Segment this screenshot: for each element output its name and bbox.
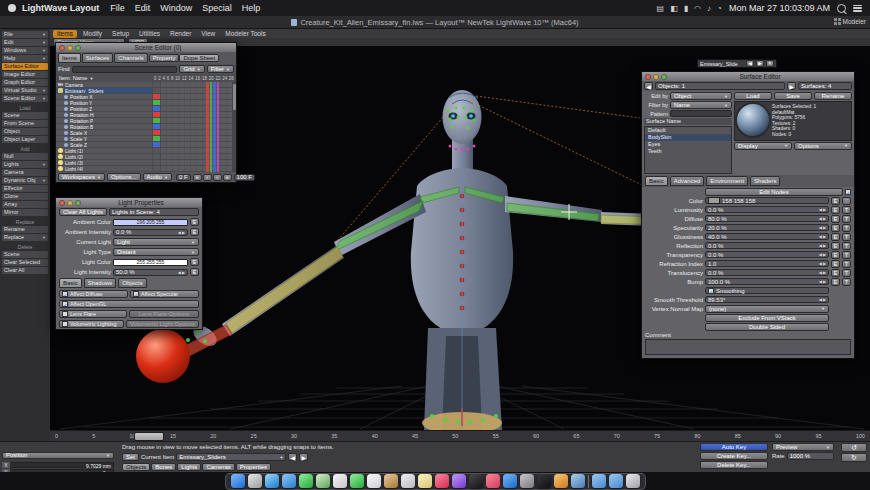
dock-icon-reminders[interactable]: [401, 474, 415, 488]
next-object-button[interactable]: ▶: [787, 82, 796, 90]
texture-button[interactable]: T: [842, 269, 851, 277]
stepper-arrows[interactable]: ◀▶: [178, 270, 185, 275]
dock-icon-music[interactable]: [435, 474, 449, 488]
current-item-dropdown[interactable]: Emissary_Sliders ▼: [176, 453, 286, 461]
stepper-arrows[interactable]: ◀▶: [819, 216, 826, 221]
dock-icon-mail[interactable]: [282, 474, 296, 488]
dope-sheet-cell[interactable]: [161, 148, 236, 153]
envelope-button[interactable]: E: [831, 251, 840, 259]
options-button[interactable]: Options...: [107, 173, 141, 181]
position-field-x[interactable]: X9.7029 mm: [2, 462, 114, 468]
display-icon[interactable]: ◧: [670, 4, 678, 13]
param-value-field[interactable]: 100.0 %◀▶: [705, 278, 829, 285]
smoothing-checkbox[interactable]: ✓: [708, 288, 714, 294]
edit-nodes-checkbox[interactable]: ✓: [845, 189, 851, 195]
menu-help[interactable]: Help: [242, 3, 261, 13]
apple-menu-icon[interactable]: [8, 4, 16, 12]
ambient-color-swatch[interactable]: 196 205 255: [113, 219, 188, 226]
light-color-swatch[interactable]: 255 255 255: [113, 259, 188, 266]
position-dropdown[interactable]: Position ▼: [2, 452, 114, 459]
auto-key-button[interactable]: Auto Key: [700, 443, 768, 451]
volume-icon[interactable]: ♪: [707, 4, 711, 13]
stepper-right-icon[interactable]: ▶: [823, 261, 826, 266]
keyboard-icon[interactable]: ▤: [657, 4, 665, 13]
sidebar-item-replace[interactable]: Replace▼: [2, 234, 48, 241]
dope-sheet-cell[interactable]: [161, 100, 236, 105]
envelope-button[interactable]: E: [831, 224, 840, 232]
envelope-button[interactable]: E: [190, 268, 199, 276]
timeline-slider-handle[interactable]: [134, 432, 164, 441]
dock-icon-tv[interactable]: [469, 474, 483, 488]
stepper-left-icon[interactable]: ◀: [819, 243, 822, 248]
dock-icon-downloads-folder[interactable]: [609, 474, 623, 488]
rename-button[interactable]: Rename: [814, 92, 852, 100]
stepper-left-icon[interactable]: ◀: [819, 270, 822, 275]
smooth-threshold-field[interactable]: 89.53° ◀▶: [705, 296, 829, 303]
scene-tab-surfaces[interactable]: Surfaces: [82, 53, 114, 63]
dock-icon-facetime[interactable]: [350, 474, 364, 488]
dope-sheet-cell[interactable]: [161, 154, 236, 159]
ambient-intensity-field[interactable]: 0.0 % ◀▶: [113, 229, 188, 236]
dope-sheet-cell[interactable]: [161, 106, 236, 111]
surface-tab-shaders[interactable]: Shaders: [750, 176, 780, 186]
envelope-button[interactable]: E: [831, 269, 840, 277]
param-value-field[interactable]: 40.0 %◀▶: [705, 233, 829, 240]
texture-button[interactable]: T: [842, 233, 851, 241]
stepper-arrows[interactable]: ◀▶: [819, 243, 826, 248]
envelope-button[interactable]: E: [831, 278, 840, 286]
menu-edit[interactable]: Edit: [135, 3, 151, 13]
light-tab-basic[interactable]: Basic: [59, 278, 82, 288]
jump-end-icon[interactable]: »: [223, 174, 232, 181]
sidebar-item-array[interactable]: Array: [2, 201, 48, 208]
dock-icon-finder[interactable]: [231, 474, 245, 488]
mode-button-cameras[interactable]: Cameras: [202, 463, 234, 471]
surface-tab-advanced[interactable]: Advanced: [670, 176, 705, 186]
sidebar-item-windows[interactable]: Windows▼: [2, 47, 48, 54]
spotlight-icon[interactable]: [837, 4, 846, 13]
texture-button[interactable]: T: [842, 197, 851, 205]
stepper-left-icon[interactable]: ◀: [819, 207, 822, 212]
mode-button-properties[interactable]: Properties: [236, 463, 271, 471]
stepper-right-icon[interactable]: ▶: [823, 234, 826, 239]
dock-icon-safari[interactable]: [265, 474, 279, 488]
stepper-right-icon[interactable]: ▶: [823, 252, 826, 257]
envelope-button[interactable]: E: [831, 206, 840, 214]
tab-items[interactable]: Items: [53, 30, 77, 38]
sidebar-item-surface-editor[interactable]: Surface Editor: [2, 63, 48, 70]
dock-icon-notes[interactable]: [418, 474, 432, 488]
sidebar-item-camera[interactable]: Camera: [2, 169, 48, 176]
texture-button[interactable]: T: [842, 251, 851, 259]
stepper-left-icon[interactable]: ◀: [819, 216, 822, 221]
stepper-arrows[interactable]: ◀▶: [819, 261, 826, 266]
dock-icon-maps[interactable]: [316, 474, 330, 488]
audio-dropdown[interactable]: Audio ▼: [143, 173, 172, 181]
dope-sheet-cell[interactable]: [161, 112, 236, 117]
dock-icon-trash[interactable]: [626, 474, 640, 488]
dope-sheet-cell[interactable]: [161, 142, 236, 147]
mode-button-objects[interactable]: Objects: [122, 463, 150, 471]
timeline-ruler[interactable]: 0510152025303540455055606570758085909510…: [50, 430, 870, 441]
scene-editor-scrollbar[interactable]: [232, 82, 236, 172]
dope-sheet-cell[interactable]: [161, 166, 236, 171]
scene-rtab-property[interactable]: Property: [149, 54, 180, 62]
dope-sheet-cell[interactable]: [161, 124, 236, 129]
envelope-button[interactable]: E: [190, 258, 199, 266]
stepper-arrows[interactable]: ◀▶: [819, 270, 826, 275]
grid-dropdown[interactable]: Grid ▼: [179, 65, 204, 73]
stepper-left-icon[interactable]: ◀: [819, 252, 822, 257]
param-value-field[interactable]: 0.0 %◀▶: [705, 269, 829, 276]
rate-field[interactable]: 1000 %: [787, 452, 834, 460]
stepper-right-icon[interactable]: ▶: [823, 207, 826, 212]
envelope-button[interactable]: E: [831, 242, 840, 250]
sidebar-item-mirror[interactable]: Mirror: [2, 209, 48, 216]
double-sided-button[interactable]: Double Sided: [705, 323, 829, 331]
sidebar-item-edit[interactable]: Edit▼: [2, 39, 48, 46]
zoom-icon[interactable]: [75, 200, 81, 206]
texture-button[interactable]: T: [842, 242, 851, 250]
light-properties-titlebar[interactable]: Light Properties: [56, 198, 202, 207]
mode-button-lights[interactable]: Lights: [177, 463, 201, 471]
battery-icon[interactable]: ▮: [684, 4, 688, 13]
surface-preview-sphere[interactable]: [737, 104, 769, 136]
light-tab-objects[interactable]: Objects: [118, 278, 146, 288]
texture-button[interactable]: T: [842, 224, 851, 232]
